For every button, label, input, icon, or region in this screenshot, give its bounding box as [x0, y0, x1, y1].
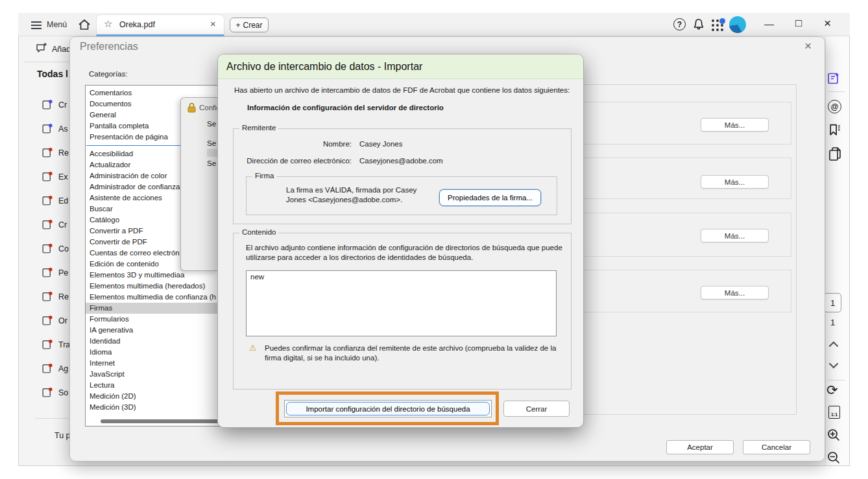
sidebar-footer-label: Tu p: [54, 431, 71, 440]
close-dialog-button[interactable]: Cerrar: [503, 401, 570, 417]
more-button-3[interactable]: Más...: [701, 229, 769, 242]
security-settings-dialog: Config Se Se Se: [180, 97, 219, 271]
import-dialog-header: Archivo de intercambio de datos - Import…: [218, 54, 583, 79]
minimize-button[interactable]: —: [764, 19, 774, 29]
menu-icon[interactable]: [31, 19, 42, 31]
star-icon[interactable]: ☆: [104, 18, 112, 30]
bookmark-icon[interactable]: [828, 123, 841, 137]
email-value: Caseyjones@adobe.com: [359, 157, 443, 165]
tool-icon: [42, 219, 53, 230]
window-close-button[interactable]: ×: [824, 17, 831, 29]
menu-button[interactable]: Menú: [47, 20, 67, 29]
actual-size-icon[interactable]: 1:1: [828, 406, 840, 419]
screen: Menú ☆ Oreka.pdf × +Crear ? — □ × Añad T…: [0, 0, 868, 479]
maximize-button[interactable]: □: [795, 18, 802, 29]
chevron-up-icon[interactable]: [828, 340, 839, 348]
import-search-directory-button[interactable]: Importar configuración del directorio de…: [284, 400, 492, 417]
tool-label: Cr: [58, 100, 67, 110]
notifications-icon[interactable]: [692, 18, 706, 32]
tool-label: Cr: [58, 220, 67, 229]
sidebar-tool-item[interactable]: Re: [42, 291, 70, 302]
page-number-input[interactable]: 1: [824, 293, 841, 312]
preferences-title: Preferencias: [80, 41, 138, 53]
tool-icon: [42, 171, 53, 182]
avatar[interactable]: [729, 16, 746, 33]
home-icon[interactable]: [77, 18, 91, 32]
zoom-out-icon[interactable]: [826, 450, 841, 465]
cancel-button[interactable]: Cancelar: [743, 440, 810, 454]
document-tab[interactable]: [96, 14, 224, 36]
preferences-close-icon[interactable]: ×: [804, 39, 812, 53]
tool-label: Re: [58, 292, 69, 301]
content-legend: Contenido: [239, 228, 278, 236]
signature-properties-button[interactable]: Propiedades de la firma...: [439, 189, 541, 206]
tool-label: Co: [58, 244, 69, 253]
add-tool-label[interactable]: Añad: [52, 45, 71, 54]
tool-icon: [42, 123, 53, 134]
ai-assistant-icon[interactable]: [826, 71, 841, 86]
divider: [828, 380, 845, 380]
signature-legend: Firma: [252, 172, 276, 180]
more-button-2[interactable]: Más...: [701, 175, 769, 189]
sidebar-tool-item[interactable]: Co: [42, 243, 70, 254]
intro-text: Has abierto un archivo de intercambio de…: [234, 86, 570, 94]
categories-label: Categorías:: [89, 70, 127, 78]
tool-icon: [42, 243, 53, 254]
zoom-in-icon[interactable]: [826, 428, 841, 442]
sidebar-tool-item[interactable]: Ed: [42, 195, 70, 206]
warning-text: Puedes confirmar la confianza del remite…: [265, 344, 564, 363]
content-list-item[interactable]: new: [250, 273, 552, 281]
tool-label: Ed: [58, 196, 68, 205]
import-dialog: Archivo de intercambio de datos - Import…: [217, 54, 584, 428]
tool-icon: [42, 267, 53, 278]
sidebar-tool-item[interactable]: Cr: [42, 219, 70, 230]
add-comment-icon[interactable]: [35, 41, 48, 57]
notification-dot: [719, 18, 725, 24]
chevron-down-icon[interactable]: [828, 362, 839, 369]
tool-icon: [42, 147, 53, 158]
content-listbox[interactable]: new: [246, 270, 557, 336]
help-icon[interactable]: ?: [673, 18, 686, 30]
tool-icon: [42, 339, 53, 350]
sidebar-tool-item[interactable]: Ex: [42, 171, 70, 182]
tab-close-icon[interactable]: ×: [210, 19, 216, 29]
tool-icon: [42, 315, 53, 326]
tool-icon: [42, 387, 53, 398]
tools-list: Cr As Re Ex Ed Cr: [42, 99, 70, 398]
name-label: Nombre:: [245, 140, 352, 148]
divider: [23, 62, 69, 62]
create-button[interactable]: +Crear: [230, 18, 269, 32]
divider: [35, 418, 69, 419]
more-button-1[interactable]: Más...: [701, 118, 769, 132]
tool-label: So: [58, 388, 68, 397]
tool-icon: [42, 195, 53, 206]
rotate-icon[interactable]: ⟳: [826, 382, 838, 398]
tool-label: Ex: [58, 172, 68, 181]
apps-grid-icon[interactable]: [712, 19, 725, 32]
accept-button[interactable]: Aceptar: [666, 440, 734, 454]
comments-mention-icon[interactable]: @: [828, 100, 841, 113]
sidebar-tool-item[interactable]: Pe: [42, 267, 70, 278]
sidebar-tool-item[interactable]: Ag: [42, 363, 70, 374]
signature-status-text: La firma es VÁLIDA, firmada por Casey Jo…: [286, 185, 430, 205]
sender-legend: Remitente: [239, 124, 278, 132]
more-button-4[interactable]: Más...: [701, 286, 769, 299]
sidebar-tool-item[interactable]: Or: [42, 315, 70, 326]
warning-icon: ⚠: [249, 344, 257, 352]
all-tools-heading: Todas l: [37, 69, 68, 79]
tool-label: Re: [58, 148, 69, 158]
sidebar-tool-item[interactable]: So: [42, 387, 70, 398]
tool-icon: [42, 99, 53, 110]
tool-label: Ag: [58, 364, 68, 373]
sidebar-tool-item[interactable]: As: [42, 123, 70, 134]
tool-icon: [42, 363, 53, 374]
plus-icon: +: [235, 21, 240, 30]
sidebar-tool-item[interactable]: Cr: [42, 99, 70, 110]
pages-icon[interactable]: [828, 146, 842, 162]
sidebar-tool-item[interactable]: Re: [42, 147, 70, 158]
content-description: El archivo adjunto contiene información …: [246, 243, 567, 263]
sidebar-tool-item[interactable]: Tra: [42, 339, 70, 350]
tool-label: Or: [58, 316, 67, 325]
lock-icon: [187, 102, 197, 113]
email-label: Dirección de correo electrónico:: [245, 157, 352, 165]
